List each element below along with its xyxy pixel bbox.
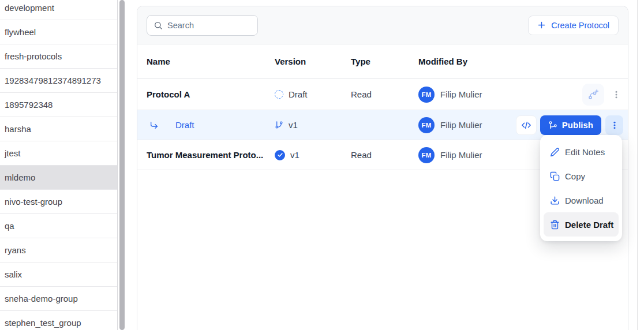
sidebar-item-label: stephen_test_group: [5, 318, 81, 328]
copy-icon: [550, 171, 560, 181]
sidebar-item-salix[interactable]: salix: [0, 262, 117, 287]
sidebar-item-label: mldemo: [5, 172, 35, 182]
publish-label: Publish: [562, 120, 593, 130]
sidebar-item-label: fresh-protocols: [5, 51, 62, 61]
sidebar-item-label: jtest: [5, 148, 21, 158]
version-label: Draft: [289, 89, 308, 99]
avatar: FM: [418, 87, 435, 103]
download-icon: [550, 196, 560, 205]
search-input[interactable]: [167, 21, 251, 30]
column-header-modified-by: Modified By: [418, 57, 619, 66]
sidebar-item-19283479812374891273[interactable]: 19283479812374891273: [0, 69, 117, 93]
type-label: Read: [351, 89, 418, 99]
menu-item-download[interactable]: Download: [544, 188, 619, 212]
sidebar-item-label: nivo-test-group: [5, 197, 62, 207]
check-circle-icon: [275, 150, 285, 160]
menu-item-delete-draft[interactable]: Delete Draft: [544, 212, 619, 237]
panel-divider: [637, 0, 638, 330]
plus-icon: [537, 21, 546, 29]
kebab-icon: [610, 121, 619, 130]
avatar: FM: [418, 147, 435, 163]
row-menu-kebab-active[interactable]: [605, 115, 623, 135]
menu-item-label: Download: [565, 196, 604, 205]
sidebar-item-label: harsha: [5, 124, 31, 134]
publish-button[interactable]: Publish: [540, 115, 601, 135]
protocol-name: Protocol A: [147, 89, 275, 99]
sidebar-item-qa[interactable]: qa: [0, 214, 117, 238]
sidebar-item-label: development: [5, 3, 54, 13]
version-label: v1: [289, 120, 298, 130]
sidebar-item-sneha-demo-group[interactable]: sneha-demo-group: [0, 287, 117, 311]
menu-item-label: Copy: [565, 171, 585, 181]
table-header: Name Version Type Modified By: [137, 44, 628, 79]
code-icon: [521, 120, 531, 130]
sidebar-item-label: flywheel: [5, 27, 36, 37]
modified-by-name: Filip Mulier: [440, 120, 482, 130]
sidebar-item-ryans[interactable]: ryans: [0, 238, 117, 262]
panel-toolbar: Create Protocol: [137, 6, 628, 44]
trash-icon: [550, 220, 560, 230]
git-merge-icon: [548, 121, 557, 130]
sidebar-item-label: qa: [5, 221, 14, 231]
sidebar-item-stephen-test-group[interactable]: stephen_test_group: [0, 311, 117, 330]
type-label: Read: [351, 150, 418, 160]
app-root: development flywheel fresh-protocols 192…: [0, 0, 644, 330]
create-draft-branch-button[interactable]: [582, 84, 604, 106]
group-list-sidebar: development flywheel fresh-protocols 192…: [0, 0, 118, 330]
column-header-type: Type: [351, 57, 418, 66]
sidebar-item-harsha[interactable]: harsha: [0, 117, 117, 141]
column-header-name: Name: [147, 57, 275, 66]
search-icon: [153, 21, 163, 30]
column-header-version: Version: [275, 57, 351, 66]
modified-by-name: Filip Mulier: [440, 150, 482, 160]
row-menu-kebab-icon[interactable]: [612, 90, 621, 99]
search-box: [147, 15, 258, 36]
sidebar-item-1895792348[interactable]: 1895792348: [0, 93, 117, 117]
draft-context-menu: Edit Notes Copy Download Delete Draft: [540, 135, 622, 241]
view-code-button[interactable]: [516, 115, 537, 135]
sidebar-item-label: salix: [5, 269, 22, 279]
sidebar-item-development[interactable]: development: [0, 0, 117, 20]
sidebar-item-mldemo[interactable]: mldemo: [0, 166, 117, 190]
avatar: FM: [418, 117, 435, 133]
sidebar-scrollbar[interactable]: [119, 0, 125, 330]
sidebar-item-fresh-protocols[interactable]: fresh-protocols: [0, 44, 117, 69]
sidebar-item-nivo-test-group[interactable]: nivo-test-group: [0, 190, 117, 214]
sidebar-item-label: sneha-demo-group: [5, 294, 78, 303]
sidebar-item-jtest[interactable]: jtest: [0, 141, 117, 166]
protocol-name: Tumor Measurement Proto...: [147, 150, 275, 160]
menu-item-label: Delete Draft: [565, 220, 613, 230]
menu-item-label: Edit Notes: [565, 147, 605, 157]
create-protocol-label: Create Protocol: [551, 21, 609, 30]
version-label: v1: [290, 150, 299, 160]
sidebar-item-label: 19283479812374891273: [5, 76, 101, 85]
sidebar-item-label: ryans: [5, 245, 26, 255]
pencil-icon: [550, 147, 560, 157]
dashed-circle-icon: [275, 90, 283, 99]
sidebar-item-label: 1895792348: [5, 100, 53, 110]
group-list: development flywheel fresh-protocols 192…: [0, 0, 117, 330]
git-branch-plus-icon: [587, 89, 599, 100]
table-row-protocol-a[interactable]: Protocol A Draft Read FM Filip Mulier: [137, 79, 628, 110]
create-protocol-button[interactable]: Create Protocol: [528, 16, 619, 35]
draft-name: Draft: [175, 120, 194, 130]
sidebar-item-flywheel[interactable]: flywheel: [0, 20, 117, 44]
git-branch-icon: [275, 121, 283, 129]
menu-item-copy[interactable]: Copy: [544, 164, 619, 188]
menu-item-edit-notes[interactable]: Edit Notes: [544, 140, 619, 164]
corner-down-right-icon: [149, 121, 159, 130]
modified-by-name: Filip Mulier: [440, 89, 482, 99]
